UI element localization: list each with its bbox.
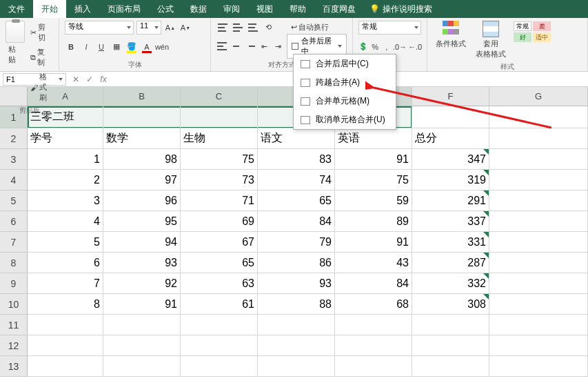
cell-D4[interactable]: 74 (258, 170, 335, 190)
cell-E3[interactable]: 91 (335, 149, 412, 170)
cell-G2[interactable] (489, 128, 588, 149)
underline-button[interactable]: U (95, 41, 108, 53)
cell-E4[interactable]: 75 (335, 170, 412, 190)
cell-F6[interactable]: 337 (412, 211, 489, 232)
cell-A12[interactable] (28, 335, 103, 356)
paste-button[interactable]: 粘贴 (6, 43, 25, 66)
style-good[interactable]: 好 (514, 32, 531, 42)
number-format-select[interactable]: 常规 (358, 21, 421, 35)
cell-D3[interactable]: 83 (258, 149, 335, 170)
cell-F10[interactable]: 308 (412, 294, 489, 315)
cell-B5[interactable]: 96 (103, 190, 181, 211)
increase-indent-button[interactable]: ⇥ (272, 40, 283, 52)
border-button[interactable]: ▦ (110, 41, 123, 53)
cell-B3[interactable]: 98 (103, 149, 181, 170)
tab-insert[interactable]: 插入 (66, 0, 99, 18)
cell-A3[interactable]: 1 (28, 149, 103, 170)
cell-A11[interactable] (28, 315, 103, 335)
font-color-button[interactable]: A (141, 41, 153, 53)
cell-F11[interactable] (412, 315, 489, 335)
font-name-select[interactable]: 等线 (65, 21, 134, 35)
align-top-button[interactable] (216, 21, 229, 34)
cell-A6[interactable]: 4 (28, 211, 103, 232)
cell-C13[interactable] (181, 356, 258, 377)
cell-C3[interactable]: 75 (181, 149, 258, 170)
cell-G4[interactable] (489, 170, 588, 190)
style-normal[interactable]: 常规 (514, 21, 531, 31)
cell-C7[interactable]: 67 (181, 232, 258, 253)
col-header-G[interactable]: G (489, 87, 588, 106)
cut-button[interactable]: ✂剪切 (28, 21, 53, 44)
row-header-10[interactable]: 10 (0, 294, 28, 315)
cell-B9[interactable]: 92 (103, 273, 181, 294)
cell-B1[interactable] (103, 106, 181, 128)
cell-C9[interactable]: 63 (181, 273, 258, 294)
cell-E10[interactable]: 68 (335, 294, 412, 315)
tab-data[interactable]: 数据 (182, 0, 215, 18)
cell-E12[interactable] (335, 335, 412, 356)
style-neutral[interactable]: 适中 (533, 32, 551, 42)
cell-A7[interactable]: 5 (28, 232, 103, 253)
row-header-4[interactable]: 4 (0, 170, 28, 190)
cell-C2[interactable]: 生物 (181, 128, 258, 149)
tell-me-search[interactable]: 💡 操作说明搜索 (369, 3, 432, 15)
cell-G11[interactable] (489, 315, 588, 335)
row-header-6[interactable]: 6 (0, 211, 28, 232)
cell-A4[interactable]: 2 (28, 170, 103, 190)
row-header-3[interactable]: 3 (0, 149, 28, 170)
decrease-indent-button[interactable]: ⇤ (258, 40, 270, 52)
cell-A5[interactable]: 3 (28, 190, 103, 211)
cell-B6[interactable]: 95 (103, 211, 181, 232)
cell-A8[interactable]: 6 (28, 253, 103, 273)
align-right-button[interactable] (245, 40, 256, 52)
cell-F4[interactable]: 319 (412, 170, 489, 190)
decrease-font-button[interactable]: A▼ (179, 21, 192, 34)
increase-decimal-button[interactable]: .0→ (394, 41, 406, 53)
tab-baidu[interactable]: 百度网盘 (314, 0, 364, 18)
cell-E11[interactable] (335, 315, 412, 335)
col-header-B[interactable]: B (103, 87, 181, 106)
cell-C1[interactable] (181, 106, 258, 128)
cell-E6[interactable]: 89 (335, 211, 412, 232)
format-painter-button[interactable]: 🖌格式刷 (28, 70, 53, 104)
tab-review[interactable]: 审阅 (215, 0, 248, 18)
cell-F13[interactable] (412, 356, 489, 377)
fx-button[interactable]: fx (97, 73, 110, 86)
cell-E8[interactable]: 43 (335, 253, 412, 273)
cell-D9[interactable]: 93 (258, 273, 335, 294)
row-header-13[interactable]: 13 (0, 356, 28, 377)
cell-F1[interactable] (412, 106, 489, 128)
cell-B13[interactable] (103, 356, 181, 377)
table-format-button[interactable]: 套用 表格格式 (473, 37, 509, 61)
cell-D6[interactable]: 84 (258, 211, 335, 232)
cell-C5[interactable]: 71 (181, 190, 258, 211)
merge-cells-item[interactable]: 合并单元格(M) (294, 92, 396, 110)
cell-D7[interactable]: 79 (258, 232, 335, 253)
cell-F9[interactable]: 332 (412, 273, 489, 294)
col-header-F[interactable]: F (412, 87, 489, 106)
row-header-2[interactable]: 2 (0, 128, 28, 149)
enter-formula-button[interactable]: ✓ (83, 73, 97, 86)
row-header-5[interactable]: 5 (0, 190, 28, 211)
row-header-11[interactable]: 11 (0, 315, 28, 335)
cell-D8[interactable]: 86 (258, 253, 335, 273)
cell-C6[interactable]: 69 (181, 211, 258, 232)
cell-G5[interactable] (489, 190, 588, 211)
cell-A1[interactable]: 三零二班 (28, 106, 103, 128)
row-header-12[interactable]: 12 (0, 335, 28, 356)
comma-format-button[interactable]: , (383, 41, 392, 53)
tab-home[interactable]: 开始 (33, 0, 66, 18)
cell-G7[interactable] (489, 232, 588, 253)
italic-button[interactable]: I (80, 41, 92, 53)
cell-B10[interactable]: 91 (103, 294, 181, 315)
row-header-7[interactable]: 7 (0, 232, 28, 253)
cell-D11[interactable] (258, 315, 335, 335)
increase-font-button[interactable]: A▲ (164, 21, 176, 34)
cell-E9[interactable]: 84 (335, 273, 412, 294)
cell-B11[interactable] (103, 315, 181, 335)
tab-help[interactable]: 帮助 (281, 0, 314, 18)
cell-B4[interactable]: 97 (103, 170, 181, 190)
accounting-format-button[interactable]: 💲 (358, 41, 368, 53)
cell-G9[interactable] (489, 273, 588, 294)
cell-C11[interactable] (181, 315, 258, 335)
